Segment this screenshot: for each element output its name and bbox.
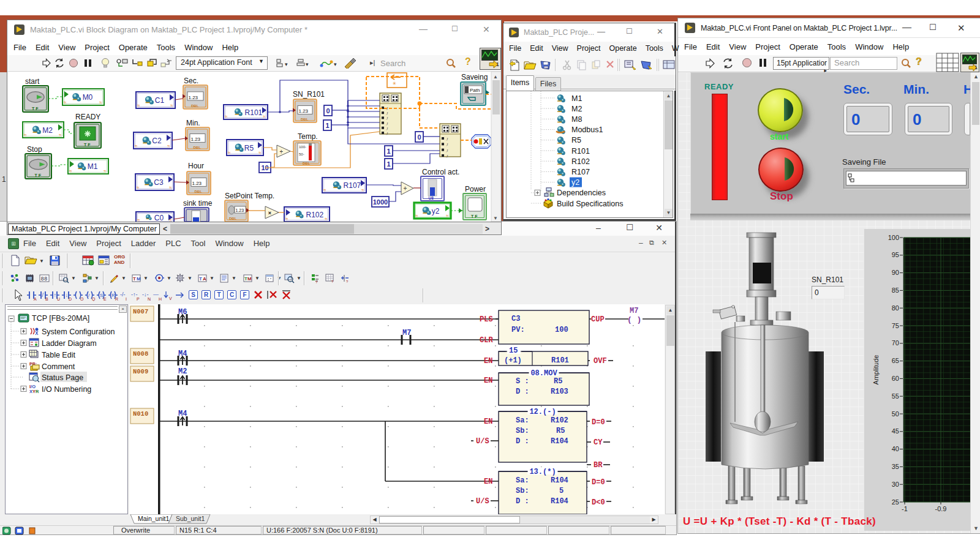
svg-text:5: 5 (559, 487, 564, 495)
svg-text:R101: R101 (245, 108, 263, 117)
svg-text:S: S (100, 293, 103, 298)
svg-text:-/-: -/- (120, 291, 126, 298)
svg-text:R5: R5 (554, 377, 562, 386)
svg-text:?: ? (346, 280, 349, 283)
svg-text:R5: R5 (571, 136, 581, 144)
svg-text:—: — (153, 291, 159, 298)
svg-text:Sa:: Sa: (516, 416, 529, 425)
svg-text:45: 45 (892, 427, 899, 435)
svg-text:D: D (69, 297, 72, 301)
svg-text:0: 0 (326, 107, 330, 114)
svg-text:T F: T F (35, 173, 42, 178)
svg-text:Saveing: Saveing (461, 73, 488, 81)
svg-text:1.23: 1.23 (236, 208, 244, 212)
svg-text:P: P (137, 297, 140, 301)
svg-text:sink time: sink time (183, 199, 213, 208)
svg-text:Comment: Comment (42, 362, 75, 371)
svg-text:CLR: CLR (480, 336, 493, 345)
svg-text:EN: EN (484, 357, 492, 365)
svg-text:R107: R107 (571, 168, 590, 176)
svg-text:Main_unit1: Main_unit1 (138, 515, 170, 522)
svg-text:M1: M1 (88, 162, 98, 171)
svg-text:Table Edit: Table Edit (42, 351, 75, 359)
svg-text:System Configuration: System Configuration (42, 328, 115, 336)
svg-text:Sec.: Sec. (184, 77, 198, 85)
svg-text:?!: ?! (59, 133, 61, 137)
svg-text:S :: S : (516, 377, 529, 386)
svg-text:OVF: OVF (594, 357, 607, 365)
svg-text:?!: ?! (137, 104, 140, 108)
svg-text:?!: ?! (24, 133, 26, 137)
svg-text:13.(*): 13.(*) (529, 468, 556, 476)
svg-text:D :: D : (516, 497, 529, 506)
svg-text:EN: EN (484, 377, 492, 385)
svg-text:-1: -1 (902, 505, 908, 512)
svg-text:Stop: Stop (27, 145, 42, 154)
svg-text:M0: M0 (83, 93, 93, 102)
svg-text:1.23: 1.23 (299, 108, 309, 114)
svg-text:Power: Power (465, 185, 486, 193)
svg-text:Min.: Min. (186, 119, 200, 127)
svg-text:U: U (57, 297, 60, 301)
svg-text:CY: CY (594, 438, 603, 447)
svg-text:30: 30 (892, 481, 899, 488)
svg-text:50-: 50- (299, 152, 304, 156)
svg-text:1000: 1000 (373, 198, 388, 206)
svg-text:Temp.: Temp. (298, 132, 318, 141)
svg-text:T F: T F (84, 143, 91, 147)
svg-text:N008: N008 (133, 350, 148, 358)
svg-text:N009: N009 (133, 368, 148, 375)
svg-text:1.23: 1.23 (191, 137, 201, 142)
svg-text:D<0: D<0 (592, 498, 605, 507)
svg-text:A: A (203, 276, 206, 282)
svg-text:÷: ÷ (280, 149, 283, 155)
svg-text:start: start (25, 77, 40, 86)
svg-text:75: 75 (892, 322, 899, 329)
svg-text:M1: M1 (571, 94, 582, 103)
svg-text:65: 65 (892, 357, 899, 364)
svg-text:PV:: PV: (511, 326, 525, 334)
svg-text:PLS: PLS (480, 315, 493, 324)
svg-text:T F: T F (32, 107, 39, 111)
svg-text:1: 1 (386, 160, 390, 168)
svg-text:Modbus1: Modbus1 (571, 126, 603, 134)
svg-text:?!: ?! (225, 115, 227, 119)
svg-text:R104: R104 (551, 437, 568, 446)
svg-text:E: E (104, 297, 107, 301)
svg-text:M8: M8 (571, 115, 582, 124)
svg-text:1.23: 1.23 (192, 181, 202, 186)
svg-text:▲: ▲ (493, 74, 498, 80)
svg-text:M7: M7 (630, 307, 638, 315)
svg-text:M: M (137, 276, 141, 282)
svg-text:80: 80 (892, 304, 899, 312)
svg-text:U8: U8 (429, 196, 434, 200)
svg-text:DBL: DBL (194, 146, 202, 149)
svg-text:Sb:: Sb: (516, 427, 529, 435)
svg-text:100: 100 (888, 234, 899, 241)
svg-text:?!: ?! (137, 186, 139, 190)
svg-text:↑: ↑ (54, 292, 57, 298)
svg-text:U/S: U/S (476, 497, 489, 506)
svg-text:R102: R102 (571, 157, 590, 166)
svg-text:25: 25 (892, 498, 899, 506)
svg-text:Dependencies: Dependencies (557, 189, 606, 197)
svg-text:88: 88 (41, 276, 48, 282)
svg-text:08.MOV: 08.MOV (530, 369, 557, 378)
svg-text:↓: ↓ (66, 292, 69, 298)
svg-text:?!: ?! (415, 214, 418, 218)
svg-text:R101: R101 (551, 356, 569, 365)
svg-text:EN: EN (484, 418, 492, 426)
svg-text:M: M (247, 276, 252, 282)
svg-text:DBL: DBL (303, 162, 311, 165)
svg-text:XYR: XYR (29, 389, 39, 394)
svg-text:40: 40 (892, 445, 899, 452)
svg-text:Path: Path (470, 88, 480, 93)
svg-text:D :: D : (516, 437, 529, 446)
svg-text:?!: ?! (69, 170, 72, 173)
svg-text:?!: ?! (263, 115, 265, 119)
svg-text:?!: ?! (104, 170, 106, 173)
svg-text:1: 1 (325, 122, 329, 129)
svg-text:D :: D : (516, 388, 529, 396)
svg-text:A: A (34, 297, 37, 301)
svg-text:55: 55 (892, 392, 899, 400)
